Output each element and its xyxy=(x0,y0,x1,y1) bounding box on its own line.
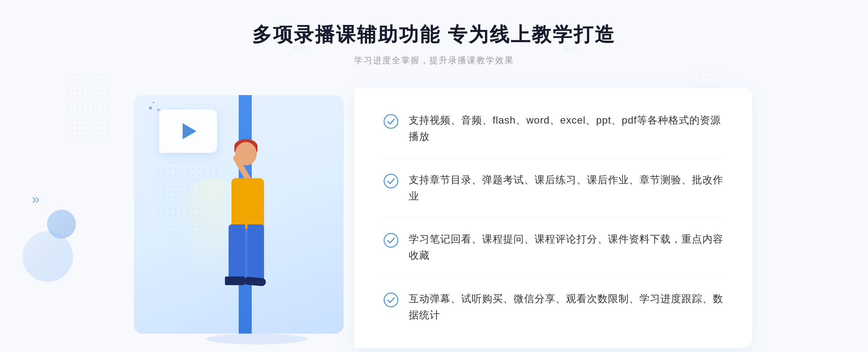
svg-point-0 xyxy=(384,115,398,128)
chevron-left-icon: ⁙ ⁙ xyxy=(563,44,576,53)
feature-text-1: 支持视频、音频、flash、word、excel、ppt、pdf等各种格式的资源… xyxy=(409,112,723,145)
svg-point-2 xyxy=(384,233,398,247)
feature-text-3: 学习笔记回看、课程提问、课程评论打分、课件资料下载，重点内容收藏 xyxy=(409,231,723,264)
check-icon-2 xyxy=(383,173,399,189)
sparkle-3 xyxy=(157,109,159,111)
arrow-decoration-left: » xyxy=(32,192,39,207)
subtitle: 学习进度全掌握，提升录播课教学效果 xyxy=(252,55,616,66)
person-pants-right xyxy=(247,224,264,282)
main-title: 多项录播课辅助功能 专为线上教学打造 xyxy=(252,22,616,48)
person-shoe-left xyxy=(225,276,247,285)
person-pants-left xyxy=(229,224,245,282)
feature-item-3: 学习笔记回看、课程提问、课程评论打分、课件资料下载，重点内容收藏 xyxy=(383,231,723,264)
feature-text-2: 支持章节目录、弹题考试、课后练习、课后作业、章节测验、批改作业 xyxy=(409,172,723,205)
feature-item-4: 互动弹幕、试听购买、微信分享、观看次数限制、学习进度跟踪、数据统计 xyxy=(383,291,723,323)
illustration-panel xyxy=(116,88,362,348)
features-panel: 支持视频、音频、flash、word、excel、ppt、pdf等各种格式的资源… xyxy=(354,88,752,348)
divider-1 xyxy=(383,158,723,159)
dots-decoration-left xyxy=(65,72,109,145)
check-icon-1 xyxy=(383,114,399,129)
svg-point-1 xyxy=(384,174,398,188)
divider-3 xyxy=(383,277,723,278)
person-shadow xyxy=(206,334,307,344)
divider-2 xyxy=(383,218,723,218)
chevron-right-icon: ⁙ ⁙ xyxy=(292,44,305,53)
person-illustration xyxy=(170,131,307,341)
svg-point-3 xyxy=(384,293,398,307)
page-wrapper: » ⁙ ⁙ 多项录播课辅助功能 专为线上教学打造 ⁙ ⁙ 学习进度全掌握，提升录… xyxy=(0,0,868,352)
check-icon-4 xyxy=(383,292,399,308)
person-shoe-right xyxy=(246,277,266,287)
feature-item-1: 支持视频、音频、flash、word、excel、ppt、pdf等各种格式的资源… xyxy=(383,112,723,145)
feature-text-4: 互动弹幕、试听购买、微信分享、观看次数限制、学习进度跟踪、数据统计 xyxy=(409,291,723,323)
sparkle-1 xyxy=(149,107,152,110)
header-section: ⁙ ⁙ 多项录播课辅助功能 专为线上教学打造 ⁙ ⁙ 学习进度全掌握，提升录播课… xyxy=(252,22,616,66)
content-area: 支持视频、音频、flash、word、excel、ppt、pdf等各种格式的资源… xyxy=(116,88,752,348)
check-icon-3 xyxy=(383,233,399,248)
person-torso xyxy=(231,178,264,229)
circle-decoration-large xyxy=(22,231,73,282)
feature-item-2: 支持章节目录、弹题考试、课后练习、课后作业、章节测验、批改作业 xyxy=(383,172,723,205)
sparkle-2 xyxy=(153,102,154,103)
